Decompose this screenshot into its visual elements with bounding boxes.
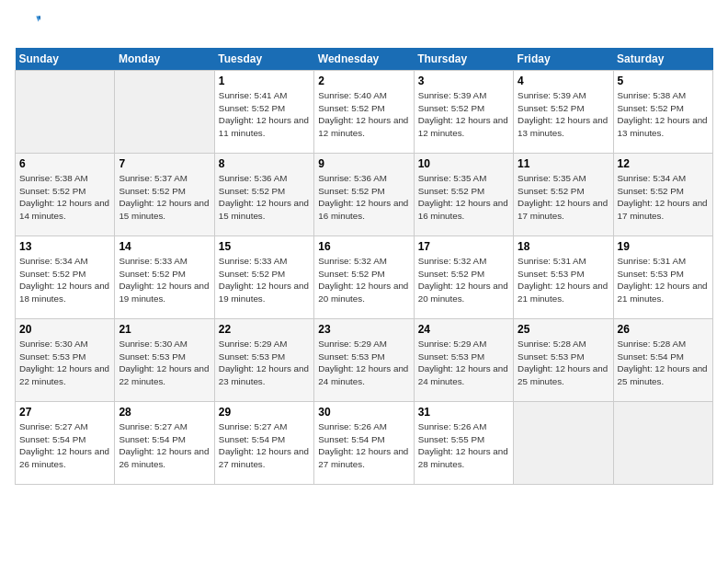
day-info: Sunrise: 5:38 AMSunset: 5:52 PMDaylight:… (19, 172, 110, 223)
calendar-cell: 12Sunrise: 5:34 AMSunset: 5:52 PMDayligh… (613, 154, 712, 236)
page-header (15, 15, 713, 40)
day-number: 2 (318, 75, 409, 87)
calendar-cell (16, 71, 115, 154)
day-number: 3 (418, 75, 509, 87)
day-info: Sunrise: 5:26 AMSunset: 5:54 PMDaylight:… (318, 420, 409, 471)
day-info: Sunrise: 5:29 AMSunset: 5:53 PMDaylight:… (219, 338, 310, 388)
weekday-header-thursday: Thursday (414, 48, 513, 71)
calendar-cell: 20Sunrise: 5:30 AMSunset: 5:53 PMDayligh… (16, 319, 115, 402)
day-number: 17 (418, 240, 509, 253)
day-number: 4 (518, 75, 609, 87)
calendar-cell: 15Sunrise: 5:33 AMSunset: 5:52 PMDayligh… (214, 236, 313, 319)
day-number: 15 (219, 240, 310, 253)
calendar-cell: 16Sunrise: 5:32 AMSunset: 5:52 PMDayligh… (314, 236, 414, 319)
calendar-cell (514, 402, 613, 485)
calendar-cell: 22Sunrise: 5:29 AMSunset: 5:53 PMDayligh… (214, 319, 313, 402)
calendar-cell: 13Sunrise: 5:34 AMSunset: 5:52 PMDayligh… (16, 236, 115, 319)
calendar-cell: 4Sunrise: 5:39 AMSunset: 5:52 PMDaylight… (514, 71, 613, 154)
day-number: 9 (318, 157, 409, 170)
day-number: 26 (618, 323, 709, 336)
day-number: 11 (518, 157, 609, 170)
calendar-cell: 10Sunrise: 5:35 AMSunset: 5:52 PMDayligh… (414, 154, 513, 236)
calendar-cell: 30Sunrise: 5:26 AMSunset: 5:54 PMDayligh… (314, 402, 414, 485)
day-info: Sunrise: 5:36 AMSunset: 5:52 PMDaylight:… (219, 172, 310, 223)
day-number: 5 (618, 75, 709, 87)
day-info: Sunrise: 5:39 AMSunset: 5:52 PMDaylight:… (518, 89, 609, 140)
day-info: Sunrise: 5:39 AMSunset: 5:52 PMDaylight:… (418, 89, 509, 140)
day-info: Sunrise: 5:30 AMSunset: 5:53 PMDaylight:… (19, 338, 110, 388)
day-number: 25 (518, 323, 609, 336)
day-number: 29 (219, 406, 310, 419)
day-info: Sunrise: 5:29 AMSunset: 5:53 PMDaylight:… (318, 338, 409, 388)
day-number: 23 (318, 323, 409, 336)
day-info: Sunrise: 5:36 AMSunset: 5:52 PMDaylight:… (318, 172, 409, 223)
day-number: 31 (418, 406, 509, 419)
weekday-header-tuesday: Tuesday (214, 48, 313, 71)
weekday-header-friday: Friday (514, 48, 613, 71)
calendar-cell: 18Sunrise: 5:31 AMSunset: 5:53 PMDayligh… (514, 236, 613, 319)
day-number: 7 (119, 157, 210, 170)
day-info: Sunrise: 5:31 AMSunset: 5:53 PMDaylight:… (518, 255, 609, 305)
logo (15, 15, 44, 40)
calendar-cell: 7Sunrise: 5:37 AMSunset: 5:52 PMDaylight… (115, 154, 214, 236)
day-number: 16 (318, 240, 409, 253)
calendar-cell (115, 71, 214, 154)
calendar-week-1: 1Sunrise: 5:41 AMSunset: 5:52 PMDaylight… (16, 71, 713, 154)
calendar-cell: 27Sunrise: 5:27 AMSunset: 5:54 PMDayligh… (16, 402, 115, 485)
svg-rect-0 (15, 15, 40, 40)
calendar-cell: 9Sunrise: 5:36 AMSunset: 5:52 PMDaylight… (314, 154, 414, 236)
calendar-cell: 8Sunrise: 5:36 AMSunset: 5:52 PMDaylight… (214, 154, 313, 236)
day-number: 27 (19, 406, 110, 419)
day-number: 12 (618, 157, 709, 170)
day-number: 14 (119, 240, 210, 253)
day-info: Sunrise: 5:27 AMSunset: 5:54 PMDaylight:… (219, 420, 310, 471)
weekday-header-monday: Monday (115, 48, 214, 71)
day-info: Sunrise: 5:27 AMSunset: 5:54 PMDaylight:… (19, 420, 110, 471)
day-number: 28 (119, 406, 210, 419)
calendar-cell (613, 402, 712, 485)
calendar-week-2: 6Sunrise: 5:38 AMSunset: 5:52 PMDaylight… (16, 154, 713, 236)
calendar-cell: 21Sunrise: 5:30 AMSunset: 5:53 PMDayligh… (115, 319, 214, 402)
day-info: Sunrise: 5:30 AMSunset: 5:53 PMDaylight:… (119, 338, 210, 388)
day-info: Sunrise: 5:33 AMSunset: 5:52 PMDaylight:… (219, 255, 310, 305)
calendar-cell: 3Sunrise: 5:39 AMSunset: 5:52 PMDaylight… (414, 71, 513, 154)
day-number: 18 (518, 240, 609, 253)
day-number: 10 (418, 157, 509, 170)
day-info: Sunrise: 5:34 AMSunset: 5:52 PMDaylight:… (19, 255, 110, 305)
day-info: Sunrise: 5:35 AMSunset: 5:52 PMDaylight:… (518, 172, 609, 223)
day-info: Sunrise: 5:38 AMSunset: 5:52 PMDaylight:… (618, 89, 709, 140)
calendar-cell: 6Sunrise: 5:38 AMSunset: 5:52 PMDaylight… (16, 154, 115, 236)
day-number: 22 (219, 323, 310, 336)
day-info: Sunrise: 5:37 AMSunset: 5:52 PMDaylight:… (119, 172, 210, 223)
calendar-cell: 28Sunrise: 5:27 AMSunset: 5:54 PMDayligh… (115, 402, 214, 485)
calendar-week-3: 13Sunrise: 5:34 AMSunset: 5:52 PMDayligh… (16, 236, 713, 319)
calendar-cell: 25Sunrise: 5:28 AMSunset: 5:53 PMDayligh… (514, 319, 613, 402)
calendar-week-4: 20Sunrise: 5:30 AMSunset: 5:53 PMDayligh… (16, 319, 713, 402)
calendar-cell: 11Sunrise: 5:35 AMSunset: 5:52 PMDayligh… (514, 154, 613, 236)
calendar-table: SundayMondayTuesdayWednesdayThursdayFrid… (15, 48, 713, 485)
day-info: Sunrise: 5:29 AMSunset: 5:53 PMDaylight:… (418, 338, 509, 388)
calendar-cell: 24Sunrise: 5:29 AMSunset: 5:53 PMDayligh… (414, 319, 513, 402)
day-info: Sunrise: 5:33 AMSunset: 5:52 PMDaylight:… (119, 255, 210, 305)
weekday-header-saturday: Saturday (613, 48, 712, 71)
day-number: 6 (19, 157, 110, 170)
day-info: Sunrise: 5:27 AMSunset: 5:54 PMDaylight:… (119, 420, 210, 471)
day-number: 1 (219, 75, 310, 87)
weekday-header-sunday: Sunday (16, 48, 115, 71)
calendar-cell: 23Sunrise: 5:29 AMSunset: 5:53 PMDayligh… (314, 319, 414, 402)
day-number: 19 (618, 240, 709, 253)
day-info: Sunrise: 5:34 AMSunset: 5:52 PMDaylight:… (618, 172, 709, 223)
calendar-week-5: 27Sunrise: 5:27 AMSunset: 5:54 PMDayligh… (16, 402, 713, 485)
day-info: Sunrise: 5:35 AMSunset: 5:52 PMDaylight:… (418, 172, 509, 223)
calendar-cell: 1Sunrise: 5:41 AMSunset: 5:52 PMDaylight… (214, 71, 313, 154)
day-info: Sunrise: 5:41 AMSunset: 5:52 PMDaylight:… (219, 89, 310, 140)
day-info: Sunrise: 5:28 AMSunset: 5:53 PMDaylight:… (518, 338, 609, 388)
calendar-cell: 5Sunrise: 5:38 AMSunset: 5:52 PMDaylight… (613, 71, 712, 154)
day-number: 13 (19, 240, 110, 253)
day-info: Sunrise: 5:40 AMSunset: 5:52 PMDaylight:… (318, 89, 409, 140)
day-number: 21 (119, 323, 210, 336)
day-info: Sunrise: 5:26 AMSunset: 5:55 PMDaylight:… (418, 420, 509, 471)
day-info: Sunrise: 5:28 AMSunset: 5:54 PMDaylight:… (618, 338, 709, 388)
logo-icon (15, 15, 40, 40)
calendar-header-row: SundayMondayTuesdayWednesdayThursdayFrid… (16, 48, 713, 71)
